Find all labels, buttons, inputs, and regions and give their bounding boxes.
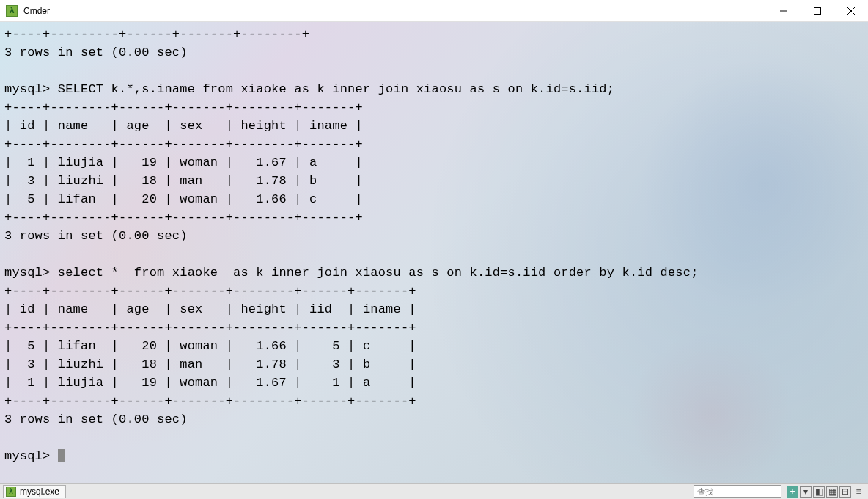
menu-icon[interactable]: ≡ [853,486,864,498]
close-button[interactable] [834,0,868,22]
maximize-button[interactable] [801,0,834,22]
tab-label: mysql.exe [20,487,59,497]
tab-icon: λ [6,487,16,497]
status-icon-1[interactable]: ▾ [800,486,812,498]
window-title: Cmder [23,6,50,16]
close-icon [847,7,855,15]
status-icon-3[interactable]: ▦ [826,486,838,498]
minimize-button[interactable] [767,0,801,22]
statusbar: λ mysql.exe + ▾ ◧ ▦ ⊟ ≡ [0,483,868,499]
cursor [58,449,65,462]
status-icon-2[interactable]: ◧ [813,486,825,498]
status-icon-4[interactable]: ⊟ [839,486,851,498]
maximize-icon [814,7,821,15]
search-input[interactable] [694,485,781,498]
plus-icon[interactable]: + [787,486,798,498]
tab-mysql[interactable]: λ mysql.exe [3,485,66,498]
terminal-output: +----+---------+------+-------+--------+… [4,25,864,465]
app-icon: λ [6,5,18,17]
titlebar[interactable]: λ Cmder [0,0,868,22]
terminal-text: +----+---------+------+-------+--------+… [4,27,699,463]
app-window: λ Cmder +----+---------+------+-------+-… [0,0,868,499]
terminal-area[interactable]: +----+---------+------+-------+--------+… [0,22,868,483]
svg-rect-1 [814,7,821,14]
minimize-icon [780,7,787,15]
